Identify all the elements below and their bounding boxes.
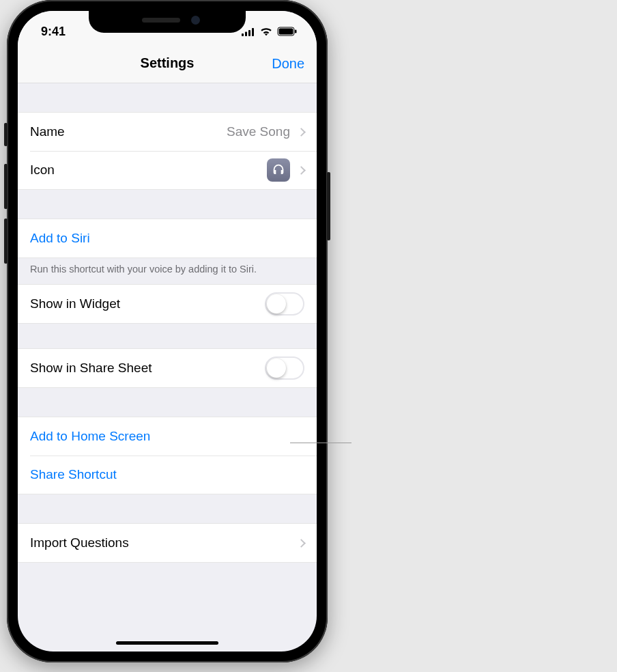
- done-button[interactable]: Done: [272, 55, 304, 71]
- group-siri: Add to Siri: [18, 219, 317, 258]
- home-indicator[interactable]: [116, 641, 218, 645]
- row-show-in-share-sheet: Show in Share Sheet: [18, 349, 317, 387]
- notch: [89, 11, 246, 33]
- volume-up-button: [4, 164, 8, 209]
- annotation-leader-line: [290, 443, 351, 443]
- svg-rect-5: [279, 29, 293, 35]
- page-title: Settings: [141, 55, 195, 71]
- spacer: [18, 324, 317, 348]
- group-actions: Add to Home Screen Share Shortcut: [18, 417, 317, 494]
- group-share-sheet: Show in Share Sheet: [18, 348, 317, 388]
- share-sheet-toggle[interactable]: [265, 356, 304, 380]
- row-import-questions[interactable]: Import Questions: [18, 524, 317, 562]
- row-icon-label: Icon: [30, 163, 267, 178]
- status-icons: [242, 27, 298, 36]
- nav-bar: Settings Done: [18, 44, 317, 83]
- row-name-value: Save Song: [227, 124, 290, 139]
- share-sheet-label: Show in Share Sheet: [30, 361, 265, 376]
- widget-label: Show in Widget: [30, 296, 265, 311]
- spacer: [18, 190, 317, 219]
- group-widget: Show in Widget: [18, 284, 317, 324]
- spacer: [18, 388, 317, 417]
- row-show-in-widget: Show in Widget: [18, 285, 317, 323]
- cellular-icon: [242, 27, 255, 36]
- row-add-to-siri[interactable]: Add to Siri: [18, 219, 317, 257]
- svg-rect-2: [248, 30, 250, 36]
- row-name-label: Name: [30, 124, 227, 139]
- svg-rect-6: [295, 30, 297, 33]
- row-name[interactable]: Name Save Song: [18, 113, 317, 151]
- svg-rect-1: [245, 31, 247, 36]
- content: Name Save Song Icon: [18, 83, 317, 563]
- iphone-frame: 9:41 Settings Done: [7, 0, 328, 662]
- battery-icon: [277, 27, 298, 36]
- add-to-home-screen-label: Add to Home Screen: [30, 429, 304, 444]
- screen: 9:41 Settings Done: [18, 11, 317, 652]
- group-name-icon: Name Save Song Icon: [18, 112, 317, 190]
- siri-footer: Run this shortcut with your voice by add…: [18, 258, 317, 284]
- side-button: [327, 172, 330, 240]
- row-icon[interactable]: Icon: [18, 151, 317, 189]
- ringer-switch: [4, 123, 8, 146]
- wifi-icon: [259, 27, 273, 36]
- group-import: Import Questions: [18, 523, 317, 563]
- headphones-icon: [271, 163, 286, 178]
- volume-down-button: [4, 219, 8, 264]
- svg-rect-3: [252, 28, 254, 36]
- status-time: 9:41: [41, 25, 66, 39]
- spacer: [18, 494, 317, 523]
- svg-rect-0: [242, 33, 244, 36]
- chevron-right-icon: [297, 166, 306, 175]
- widget-toggle[interactable]: [265, 292, 304, 316]
- add-to-siri-label: Add to Siri: [30, 231, 304, 246]
- row-add-to-home-screen[interactable]: Add to Home Screen: [18, 417, 317, 456]
- share-shortcut-label: Share Shortcut: [30, 467, 304, 482]
- spacer: [18, 83, 317, 112]
- import-questions-label: Import Questions: [30, 535, 294, 550]
- row-share-shortcut[interactable]: Share Shortcut: [18, 456, 317, 494]
- shortcut-icon-tile: [267, 158, 290, 182]
- chevron-right-icon: [297, 539, 306, 548]
- chevron-right-icon: [297, 128, 306, 137]
